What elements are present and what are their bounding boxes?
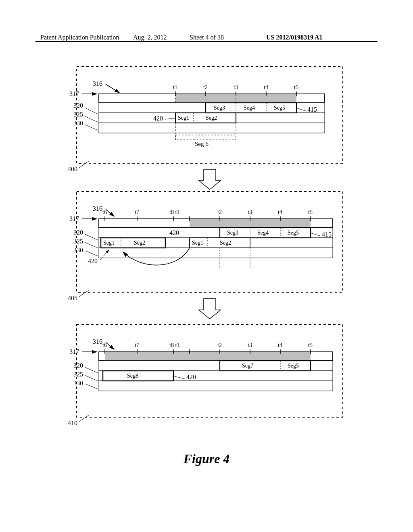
seg4: Seg4: [244, 105, 255, 111]
callout-415-a: 415: [307, 106, 317, 113]
seg1-m: Seg1: [103, 240, 115, 246]
label-316-c: 316: [93, 338, 102, 345]
header-pubno: US 2012/0198319 A1: [266, 34, 323, 41]
pointer-316-b: [106, 209, 114, 216]
flow-arrow-1: [199, 169, 221, 189]
seg2-b: Seg2: [220, 240, 231, 246]
callout-420-c: 420: [88, 258, 98, 264]
pointer-316-c: [106, 342, 114, 349]
pointer-410: [79, 415, 89, 422]
callout-420-b: 420: [169, 229, 179, 236]
svg-rect-11: [99, 123, 325, 133]
label-316-b: 316: [93, 205, 102, 212]
pointer-325-b: [85, 242, 98, 248]
label-320-c: 320: [73, 362, 83, 369]
seg7: Seg7: [242, 363, 253, 369]
seg3: Seg3: [214, 105, 225, 111]
seg-group-415-b: Seg3 Seg4 Seg5: [220, 228, 311, 238]
seg2-m: Seg2: [134, 240, 145, 246]
tick-t4-b: t4: [278, 209, 282, 215]
svg-rect-48: [105, 352, 311, 361]
panel-410: 316 317 320 325 330: [68, 324, 343, 426]
callout-420-d: 420: [186, 374, 196, 380]
tick-t4: t4: [264, 84, 268, 90]
tick-t5-c: t5: [308, 342, 313, 348]
pointer-400: [79, 161, 89, 168]
seg2: Seg2: [206, 115, 217, 121]
seg4-b: Seg4: [257, 230, 269, 236]
callout-415-b: 415: [322, 231, 332, 238]
seg5: Seg5: [274, 105, 285, 111]
label-325: 325: [73, 111, 83, 118]
seg5-b: Seg5: [288, 230, 299, 236]
panel-400: 316 317 320 325 330: [68, 66, 343, 172]
seg5-c: Seg5: [288, 363, 299, 369]
tick-t5: t5: [294, 84, 298, 90]
page: Patent Application Publication Aug. 2, 2…: [0, 0, 413, 532]
label-330-b: 330: [73, 247, 83, 254]
figure-svg: 316 317 320 325 330: [44, 62, 375, 441]
tick-t5-b: t5: [308, 209, 313, 215]
label-317-c: 317: [69, 348, 79, 355]
tick-t3-b: t3: [248, 209, 252, 215]
label-316: 316: [93, 80, 102, 87]
tick-t2: t2: [203, 84, 208, 90]
tick-t2-c: t2: [217, 342, 222, 348]
seg1: Seg1: [178, 115, 189, 121]
seg1-b: Seg1: [192, 240, 203, 246]
svg-rect-36: [99, 248, 333, 258]
tick-t7-c: t7: [135, 342, 139, 348]
svg-rect-60: [99, 381, 333, 391]
label-320-b: 320: [73, 229, 83, 236]
label-317-b: 317: [69, 215, 79, 222]
label-330-c: 330: [73, 380, 83, 387]
figure-caption: Figure 4: [0, 451, 413, 466]
pointer-325-c: [85, 375, 98, 381]
tick-t8t1-b: t8 t1: [169, 209, 179, 215]
flow-arrow-2: [199, 299, 221, 319]
seg-group-420-orig: Seg1 Seg2: [190, 238, 250, 248]
callout-420-a: 420: [153, 115, 163, 122]
seg-group-415: Seg3 Seg4 Seg5: [206, 103, 296, 113]
header-left: Patent Application Publication: [40, 34, 119, 41]
pointer-320-b: [85, 234, 98, 240]
pointer-405: [79, 290, 89, 297]
tick-t6-c: t6: [102, 342, 107, 348]
ref-405: 405: [68, 295, 77, 301]
pointer-320-c: [85, 367, 98, 373]
tick-t7-b: t7: [135, 209, 139, 215]
tick-t6-b: t6: [102, 209, 107, 215]
ruler-410: t6 t7 t8 t1 t2 t3 t4 t5: [99, 342, 333, 361]
ref-410: 410: [68, 420, 77, 426]
label-325-c: 325: [73, 371, 83, 378]
header-sheet: Sheet 4 of 38: [190, 34, 224, 41]
pointer-316: [106, 84, 119, 93]
pointer-325: [85, 116, 98, 122]
seg-group-420-moved: Seg1 Seg2: [101, 238, 165, 248]
tick-t3-c: t3: [248, 342, 252, 348]
panel-405: 316 317 320 325 330: [68, 191, 343, 301]
seg8: Seg8: [127, 373, 138, 379]
pointer-330-b: [85, 251, 98, 256]
seg3-b: Seg3: [227, 230, 238, 236]
pointer-320: [85, 108, 98, 114]
tick-t1: t1: [173, 84, 177, 90]
header-rule: [35, 41, 378, 42]
label-325-b: 325: [73, 238, 83, 245]
tick-t8t1-c: t8 t1: [169, 342, 179, 348]
seg-group-lower-c: Seg8: [103, 371, 173, 381]
pointer-330: [85, 125, 98, 130]
ruler-400: t1 t2 t3 t4 t5: [99, 84, 325, 103]
seg6: Seg 6: [195, 141, 209, 147]
header-date: Aug. 2, 2012: [133, 34, 167, 41]
pointer-330-c: [85, 384, 98, 389]
svg-rect-21: [175, 135, 236, 140]
ref-400: 400: [68, 166, 77, 172]
label-320: 320: [73, 102, 83, 109]
seg-group-420: Seg1 Seg2: [175, 113, 236, 123]
tick-t4-c: t4: [278, 342, 282, 348]
figure-area: 316 317 320 325 330: [44, 62, 375, 441]
ruler-405: t6 t7 t8 t1 t2 t3 t4 t5: [99, 209, 333, 228]
seg-group-upper-c: Seg7 Seg5: [220, 361, 311, 371]
label-330: 330: [73, 120, 83, 127]
